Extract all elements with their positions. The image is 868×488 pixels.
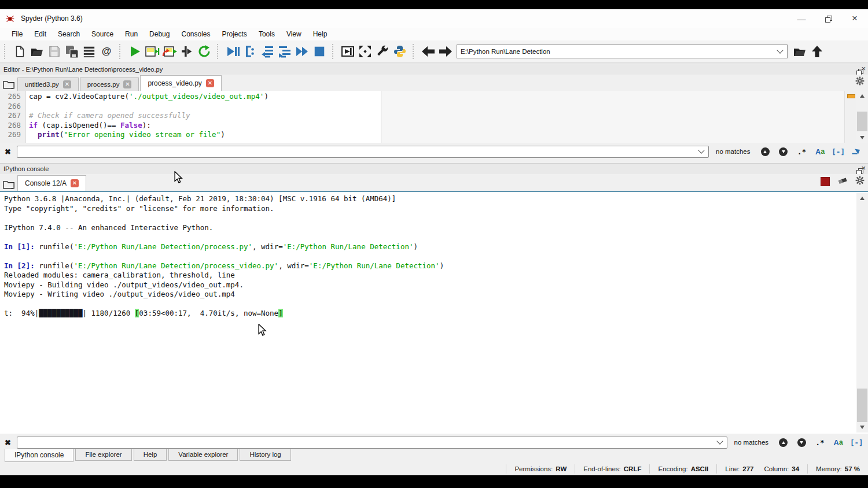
- main-toolbar: @: [0, 40, 868, 63]
- close-find-icon[interactable]: ✖: [5, 438, 11, 447]
- continue-button[interactable]: [293, 43, 311, 60]
- chevron-down-icon[interactable]: [716, 438, 723, 444]
- menu-item[interactable]: File: [6, 29, 28, 39]
- save-all-button[interactable]: [63, 43, 80, 60]
- python-path-manager-button[interactable]: [391, 43, 409, 60]
- symbol-finder-button[interactable]: @: [98, 43, 115, 60]
- preferences-wrench-button[interactable]: [374, 43, 391, 60]
- find-previous-button[interactable]: [777, 437, 790, 448]
- close-find-icon[interactable]: ✖: [5, 147, 11, 156]
- scroll-up-icon[interactable]: [856, 193, 868, 204]
- find-text-input[interactable]: [17, 438, 716, 448]
- whole-words-toggle[interactable]: [-]: [849, 437, 863, 448]
- menu-item[interactable]: Consoles: [175, 29, 216, 39]
- scroll-down-icon[interactable]: [856, 422, 868, 432]
- rerun-cell-button[interactable]: [161, 43, 178, 60]
- new-file-button[interactable]: [11, 43, 28, 60]
- clear-console-icon[interactable]: [837, 176, 848, 187]
- menu-item[interactable]: Edit: [28, 29, 52, 39]
- editor-code-area[interactable]: 265cap = cv2.VideoCapture('./output_vide…: [0, 91, 868, 143]
- editor-scroll-thumb[interactable]: [857, 112, 867, 131]
- file-switcher-button[interactable]: [80, 43, 98, 60]
- menu-item[interactable]: Run: [119, 29, 144, 39]
- debug-button[interactable]: [224, 43, 241, 60]
- run-cell-button[interactable]: [144, 43, 161, 60]
- console-tab[interactable]: Console 12/A ✕: [17, 175, 86, 191]
- console-pane-title: IPython console: [3, 165, 49, 172]
- close-button[interactable]: ×: [841, 9, 868, 28]
- window-title: Spyder (Python 3.6): [21, 14, 83, 23]
- editor-tab[interactable]: process_video.py ✕: [140, 75, 221, 91]
- whole-words-toggle[interactable]: [-]: [832, 146, 845, 157]
- working-directory-combo[interactable]: [457, 45, 788, 58]
- regex-toggle[interactable]: .*: [795, 146, 809, 157]
- tab-close-icon[interactable]: ✕: [206, 79, 214, 87]
- tab-close-icon[interactable]: ✕: [63, 80, 71, 88]
- editor-options-gear-icon[interactable]: [855, 76, 865, 88]
- step-into-button[interactable]: [259, 43, 276, 60]
- console-line: IPython 7.4.0 -- An enhanced Interactive…: [4, 223, 854, 233]
- step-return-button[interactable]: [276, 43, 293, 60]
- console-line: [4, 213, 854, 223]
- find-next-button[interactable]: [777, 146, 790, 157]
- step-button[interactable]: [241, 43, 259, 60]
- maximize-pane-button[interactable]: [339, 43, 356, 60]
- menu-item[interactable]: Source: [86, 29, 119, 39]
- console-options-gear-icon[interactable]: [855, 176, 865, 187]
- menu-item[interactable]: Search: [52, 29, 86, 39]
- menu-item[interactable]: Help: [307, 29, 333, 39]
- replace-icon[interactable]: [849, 146, 863, 157]
- chevron-down-icon[interactable]: [698, 147, 704, 153]
- rerun-last-button[interactable]: [196, 43, 213, 60]
- interrupt-kernel-icon[interactable]: [821, 177, 830, 186]
- minimize-button[interactable]: —: [788, 9, 815, 28]
- forward-button[interactable]: [437, 43, 454, 60]
- pane-tab[interactable]: Variable explorer: [168, 449, 238, 461]
- pane-tab[interactable]: IPython console: [5, 449, 73, 462]
- editor-tab[interactable]: untitled3.py ✕: [17, 77, 79, 91]
- find-previous-button[interactable]: [758, 146, 772, 157]
- console-pane-header: IPython console ×: [0, 163, 868, 175]
- pane-tab[interactable]: File explorer: [75, 449, 131, 461]
- open-file-button[interactable]: [28, 43, 46, 60]
- menu-item[interactable]: View: [281, 29, 307, 39]
- find-text-input[interactable]: [17, 147, 698, 157]
- editor-scrollbar[interactable]: [856, 91, 868, 143]
- console-scroll-thumb[interactable]: [857, 389, 867, 422]
- browse-tabs-icon[interactable]: [1, 78, 16, 91]
- find-next-button[interactable]: [795, 437, 809, 448]
- parent-directory-button[interactable]: [808, 43, 826, 60]
- menu-item[interactable]: Tools: [253, 29, 281, 39]
- run-selection-button[interactable]: [178, 43, 196, 60]
- console-scrollbar[interactable]: [856, 193, 868, 432]
- find-input-wrap[interactable]: [17, 146, 709, 158]
- chevron-down-icon[interactable]: [777, 47, 783, 53]
- pane-tab[interactable]: Help: [134, 449, 167, 461]
- scroll-up-icon[interactable]: [856, 91, 868, 101]
- pane-tab[interactable]: History log: [240, 449, 290, 461]
- run-button[interactable]: [126, 43, 144, 60]
- menu-item[interactable]: Debug: [144, 29, 175, 39]
- fullscreen-button[interactable]: [356, 43, 374, 60]
- scroll-down-icon[interactable]: [856, 132, 868, 143]
- spyder-logo-icon: [5, 14, 15, 24]
- restore-button[interactable]: [815, 9, 841, 28]
- memory-status: Memory:57 %: [807, 464, 868, 474]
- stop-button[interactable]: [311, 43, 328, 60]
- save-button[interactable]: [46, 43, 63, 60]
- find-input-wrap[interactable]: [17, 437, 727, 449]
- top-black-strip: [0, 0, 868, 9]
- open-directory-button[interactable]: [791, 43, 808, 60]
- menu-item[interactable]: Projects: [216, 29, 253, 39]
- editor-tab[interactable]: process.py ✕: [80, 77, 139, 91]
- browse-tabs-icon[interactable]: [1, 178, 16, 191]
- back-button[interactable]: [420, 43, 437, 60]
- warning-marker[interactable]: [847, 94, 855, 98]
- regex-toggle[interactable]: .*: [813, 437, 827, 448]
- case-sensitive-toggle[interactable]: Aa: [832, 437, 845, 448]
- tab-close-icon[interactable]: ✕: [123, 80, 131, 88]
- case-sensitive-toggle[interactable]: Aa: [813, 146, 827, 157]
- console-output[interactable]: Python 3.6.8 |Anaconda, Inc.| (default, …: [0, 191, 868, 434]
- tab-close-icon[interactable]: ✕: [71, 179, 79, 187]
- working-directory-input[interactable]: [457, 48, 777, 55]
